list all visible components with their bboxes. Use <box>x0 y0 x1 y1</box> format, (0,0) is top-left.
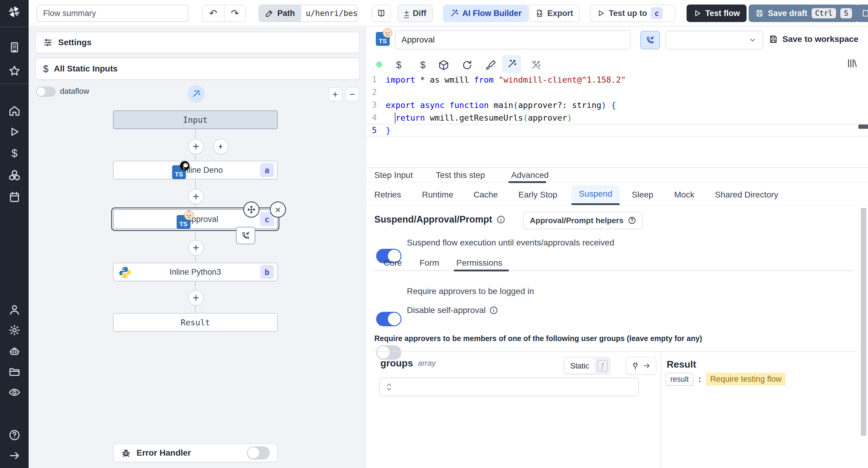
tab-core[interactable]: Core <box>384 258 402 268</box>
subtab-shared-directory[interactable]: Shared Directory <box>715 190 778 200</box>
info-icon[interactable] <box>496 215 505 224</box>
home-icon[interactable] <box>7 104 22 118</box>
subtab-suspend-active[interactable]: Suspend <box>571 185 620 203</box>
favorites-star-icon[interactable] <box>7 64 22 78</box>
users-person-icon[interactable] <box>7 303 22 317</box>
groups-array-input[interactable] <box>379 378 639 396</box>
test-up-to-label: Test up to <box>609 9 647 18</box>
ai-gen-disabled-icon[interactable] <box>530 60 541 73</box>
delete-step-button[interactable]: × <box>270 201 286 218</box>
resources-dollar-icon[interactable]: $ <box>415 57 430 73</box>
test-up-to-button[interactable]: Test up to c <box>590 4 675 22</box>
ai-wand-button[interactable] <box>187 85 205 103</box>
suspend-flow-label: Suspend flow execution until events/appr… <box>407 238 614 247</box>
zoom-out-button[interactable]: − <box>345 87 359 101</box>
save-draft-button[interactable]: Save draft Ctrl S <box>749 4 859 22</box>
flow-node-inline-deno[interactable]: TS Inline Deno a <box>113 161 278 179</box>
test-flow-button[interactable]: Test flow <box>687 4 747 22</box>
error-handler-row[interactable]: Error Handler <box>113 444 278 462</box>
settings-gear-icon[interactable] <box>7 323 22 337</box>
editor-scrollbar-thumb[interactable] <box>858 124 868 129</box>
save-to-workspace-button[interactable]: Save to workspace <box>769 34 858 44</box>
diff-label: Diff <box>412 9 426 18</box>
library-icon[interactable] <box>846 58 857 71</box>
flow-node-inline-python[interactable]: Inline Python3 b <box>113 263 278 281</box>
code-line-1[interactable]: 1import * as wmill from "windmill-client… <box>366 73 868 86</box>
subtab-cache[interactable]: Cache <box>473 190 498 200</box>
subtab-sleep[interactable]: Sleep <box>632 190 653 200</box>
zoom-in-button[interactable]: + <box>328 87 342 101</box>
test-up-to-step-badge: c <box>651 7 663 19</box>
path-button[interactable]: Path <box>259 5 301 21</box>
diff-button[interactable]: ± Diff <box>398 4 433 22</box>
export-button[interactable]: Export <box>529 4 580 22</box>
step-title-input[interactable] <box>395 30 630 50</box>
dataflow-toggle[interactable] <box>36 87 56 97</box>
audit-eye-icon[interactable] <box>7 385 22 399</box>
reload-icon[interactable] <box>462 60 472 73</box>
add-step-button[interactable]: + <box>188 290 204 306</box>
flow-settings-button[interactable]: Settings <box>35 32 360 53</box>
package-icon[interactable] <box>438 60 449 73</box>
flow-summary-input[interactable]: Flow summary <box>36 4 188 22</box>
diff-icon: ± <box>404 8 409 18</box>
windmill-logo-icon[interactable] <box>6 4 22 20</box>
approval-prompt-helpers-button[interactable]: Approval/Prompt helpers <box>523 212 643 229</box>
tab-form[interactable]: Form <box>420 258 439 268</box>
collapse-arrow-icon[interactable] <box>7 449 22 463</box>
folders-icon[interactable] <box>7 365 22 379</box>
subtab-mock[interactable]: Mock <box>674 190 694 200</box>
variables-dollar-icon[interactable]: $ <box>7 147 22 160</box>
flow-node-result[interactable]: Result <box>113 313 278 332</box>
deploy-button-partial[interactable] <box>856 4 868 22</box>
resources-cubes-icon[interactable] <box>7 168 22 182</box>
connect-input-button[interactable] <box>626 357 656 375</box>
code-editor[interactable]: 1import * as wmill from "windmill-client… <box>366 73 868 167</box>
add-step-button[interactable]: + <box>188 139 204 154</box>
code-line-4[interactable]: 4 return wmill.getResumeUrls(approver) <box>366 111 868 124</box>
workspace-building-icon[interactable] <box>7 40 22 54</box>
require-login-toggle[interactable] <box>376 312 401 326</box>
help-icon[interactable] <box>7 428 22 442</box>
redo-button[interactable]: ↷ <box>224 7 245 19</box>
suspend-phone-button[interactable] <box>236 227 255 244</box>
result-key-chip[interactable]: result <box>665 373 693 386</box>
tab-test-this-step[interactable]: Test this step <box>436 170 485 180</box>
suspend-phone-toggle-button[interactable] <box>640 31 660 50</box>
variables-dollar-icon[interactable]: $ <box>391 57 406 73</box>
add-step-button[interactable]: + <box>188 240 204 256</box>
tab-advanced[interactable]: Advanced <box>511 170 549 180</box>
sidebar-divider <box>0 84 29 84</box>
tag-select[interactable] <box>665 31 763 50</box>
code-line-3[interactable]: 3export async function main(approver?: s… <box>366 98 868 111</box>
app-sidebar: $ <box>0 0 29 468</box>
runs-play-icon[interactable] <box>7 125 22 139</box>
move-step-button[interactable] <box>243 201 259 218</box>
error-handler-toggle[interactable] <box>247 446 270 460</box>
tab-permissions[interactable]: Permissions <box>456 258 502 268</box>
schedules-calendar-icon[interactable] <box>7 190 22 204</box>
path-value[interactable]: u/henri/bes <box>301 9 358 18</box>
code-line-5[interactable]: 5} <box>366 124 868 137</box>
info-icon[interactable] <box>489 306 498 315</box>
subtab-retries[interactable]: Retries <box>374 190 401 200</box>
subtab-early-stop[interactable]: Early Stop <box>518 190 557 200</box>
subtab-runtime[interactable]: Runtime <box>422 190 453 200</box>
ai-assistant-wand-button[interactable] <box>502 55 521 73</box>
tab-step-input[interactable]: Step Input <box>374 170 413 180</box>
static-mode-button[interactable]: Static <box>565 358 595 374</box>
ai-flow-builder-button[interactable]: AI Flow Builder <box>443 4 528 22</box>
code-line-2[interactable]: 2 <box>366 86 868 98</box>
undo-button[interactable]: ↶ <box>203 7 224 19</box>
panel-scrollbar-thumb[interactable] <box>861 208 866 436</box>
docs-book-button[interactable] <box>372 4 391 22</box>
wand-icon <box>507 59 517 69</box>
format-brush-icon[interactable] <box>485 60 496 73</box>
add-trigger-bolt-button[interactable] <box>213 139 229 154</box>
expr-mode-button[interactable]: ƒ <box>596 358 609 374</box>
pencil-icon <box>265 9 274 18</box>
all-static-inputs-button[interactable]: $ All Static Inputs <box>35 58 360 80</box>
flow-node-input[interactable]: Input <box>113 110 278 129</box>
add-step-button[interactable]: + <box>188 189 204 204</box>
workers-robot-icon[interactable] <box>7 344 22 358</box>
